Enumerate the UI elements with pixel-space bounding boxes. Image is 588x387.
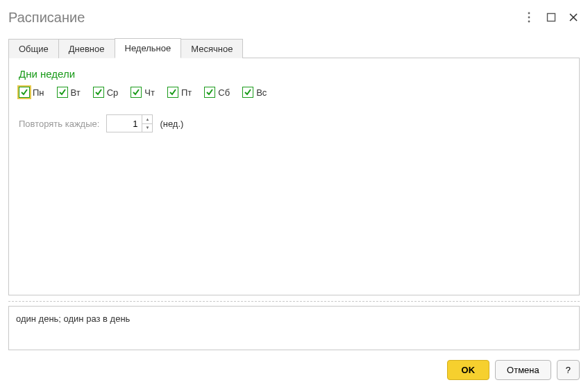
spin-buttons: ▲ ▼ [142, 115, 152, 132]
repeat-label: Повторять каждые: [19, 119, 99, 129]
window-controls [523, 11, 580, 24]
cancel-button[interactable]: Отмена [495, 360, 551, 380]
tab-pane-weekly: Дни недели Пн Вт Ср Чт Пт [8, 58, 580, 295]
day-sun: Вс [242, 87, 267, 98]
tab-daily[interactable]: Дневное [58, 39, 115, 58]
days-row: Пн Вт Ср Чт Пт Сб [19, 87, 569, 98]
svg-rect-3 [548, 14, 555, 22]
tab-weekly[interactable]: Недельное [115, 38, 182, 58]
day-tue: Вт [57, 87, 81, 98]
checkbox-sun[interactable] [242, 87, 253, 98]
title-bar: Расписание [8, 7, 580, 28]
svg-point-0 [528, 12, 530, 15]
schedule-summary: один день; один раз в день [8, 306, 580, 350]
kebab-menu-icon[interactable] [523, 11, 535, 24]
window-title: Расписание [8, 10, 523, 26]
repeat-row: Повторять каждые: ▲ ▼ (нед.) [19, 114, 569, 132]
checkbox-wed[interactable] [93, 87, 104, 98]
day-label: Сб [218, 87, 230, 98]
spin-up-icon[interactable]: ▲ [142, 115, 152, 124]
checkbox-sat[interactable] [204, 87, 215, 98]
checkbox-tue[interactable] [57, 87, 68, 98]
day-wed: Ср [93, 87, 119, 98]
day-label: Чт [144, 87, 155, 98]
checkbox-fri[interactable] [167, 87, 178, 98]
close-icon[interactable] [567, 11, 580, 24]
checkbox-mon[interactable] [19, 87, 30, 98]
svg-point-2 [528, 21, 530, 23]
ok-button[interactable]: OK [447, 360, 490, 380]
tabs: Общие Дневное Недельное Месячное [8, 37, 580, 58]
spin-down-icon[interactable]: ▼ [142, 124, 152, 132]
help-button[interactable]: ? [557, 360, 580, 380]
days-of-week-title: Дни недели [19, 68, 569, 80]
day-label: Вт [71, 87, 81, 98]
repeat-input[interactable] [107, 115, 142, 132]
day-sat: Сб [204, 87, 230, 98]
schedule-window: Расписание Общие Дневное Недельное Месяч… [0, 0, 588, 387]
checkbox-thu[interactable] [131, 87, 142, 98]
day-label: Ср [107, 87, 119, 98]
day-label: Вс [256, 87, 267, 98]
day-label: Пт [181, 87, 192, 98]
repeat-spinner: ▲ ▼ [106, 114, 153, 132]
tab-general[interactable]: Общие [8, 39, 59, 58]
day-mon: Пн [19, 87, 44, 98]
day-label: Пн [33, 87, 44, 98]
repeat-unit: (нед.) [160, 119, 183, 129]
svg-point-1 [528, 17, 530, 19]
tab-monthly[interactable]: Месячное [180, 39, 243, 58]
day-fri: Пт [167, 87, 192, 98]
separator [8, 301, 580, 302]
maximize-icon[interactable] [545, 11, 557, 24]
day-thu: Чт [131, 87, 155, 98]
button-row: OK Отмена ? [8, 360, 580, 380]
